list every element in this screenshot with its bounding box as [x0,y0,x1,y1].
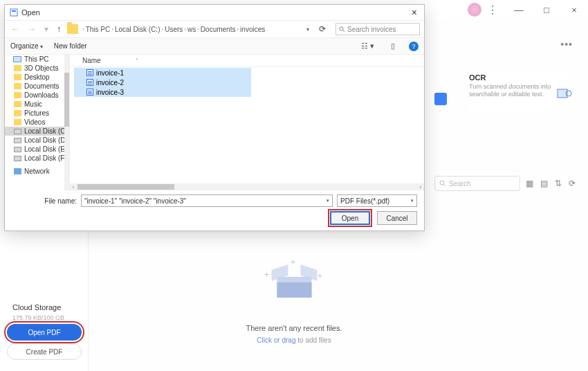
filename-input[interactable]: "invoice-1" "invoice-2" "invoice-3" [81,194,333,207]
nav-dropdown-icon[interactable]: ▾ [42,24,50,34]
empty-box-illustration: + + + [270,263,318,298]
ocr-card[interactable]: OCR Turn scanned documents into searchab… [469,73,573,114]
search-row: Search ▦ ▤ ⇅ ⟳ [434,176,576,191]
tree-item-label: Documents [24,82,59,90]
file-row[interactable]: invoice-3 [74,87,251,97]
preview-pane-icon[interactable]: ▯ [388,42,398,51]
view-mode-icon[interactable]: ☷ ▾ [358,42,377,51]
folder-icon [13,83,21,90]
file-list-header[interactable]: Name˄ [70,55,424,67]
cloud-storage-section: Cloud Storage 175.79 KB/100 GB [12,303,64,321]
refresh-bg-icon[interactable]: ⟳ [569,179,576,188]
cloud-usage: 175.79 KB/100 GB [12,314,64,321]
kebab-menu-icon[interactable]: ⋮ [487,3,498,17]
tree-item[interactable]: Music [5,100,69,109]
tree-item-label: 3D Objects [24,64,58,72]
search-icon [339,26,345,33]
tree-item-label: Local Disk (E:) [24,145,69,153]
horizontal-scrollbar[interactable]: ‹ › [70,183,424,190]
tree-item-label: Videos [24,118,45,126]
filetype-select[interactable]: PDF Files(*.pdf) [337,194,417,207]
minimize-button[interactable]: — [505,0,533,19]
breadcrumb[interactable]: ›This PC ›Local Disk (C:) ›Users ›ws ›Do… [82,26,315,33]
tree-item-label: Downloads [24,91,58,99]
folder-icon [13,101,21,108]
list-view-icon[interactable]: ▦ [526,179,533,188]
net-icon [13,168,21,175]
file-row[interactable]: invoice-2 [74,78,251,87]
folder-icon [13,65,21,72]
tree-item[interactable]: Downloads [5,91,69,100]
dialog-footer: File name: "invoice-1" "invoice-2" "invo… [5,190,424,230]
tree-item[interactable]: Network [5,167,69,176]
tree-item-label: Local Disk (C:) [24,127,70,135]
file-rows[interactable]: invoice-1invoice-2invoice-3 [70,67,424,183]
dialog-titlebar: Open × [5,5,424,20]
dialog-search-input[interactable]: Search invoices [336,23,420,35]
dialog-search-placeholder: Search invoices [347,26,396,33]
dialog-body: This PC3D ObjectsDesktopDocumentsDownloa… [5,55,424,190]
drive-icon [13,155,21,162]
dialog-close-button[interactable]: × [409,7,420,18]
new-folder-button[interactable]: New folder [54,42,87,50]
background-search-input[interactable]: Search [434,176,520,191]
drive-icon [13,137,21,144]
folder-icon [67,24,78,34]
tree-item[interactable]: 3D Objects [5,64,69,73]
file-icon [86,89,93,96]
scroll-left-icon[interactable]: ‹ [70,183,77,190]
folder-tree[interactable]: This PC3D ObjectsDesktopDocumentsDownloa… [5,55,70,190]
avatar[interactable] [468,3,481,17]
open-button[interactable]: Open [330,211,370,225]
tree-item[interactable]: Local Disk (C:) [5,127,69,136]
nav-back-icon[interactable]: ← [9,24,21,34]
tree-scroll-thumb[interactable] [64,73,69,127]
tree-item[interactable]: Local Disk (F:) [5,154,69,163]
tree-item-label: Pictures [24,109,49,117]
pc-icon [13,56,21,63]
refresh-icon[interactable]: ⟳ [319,24,326,34]
dialog-toolbar: Organize New folder ☷ ▾ ▯ ? [5,38,424,55]
more-dots-icon[interactable]: ••• [560,39,573,50]
scroll-right-icon[interactable]: › [417,183,424,190]
file-row[interactable]: invoice-1 [74,68,251,78]
close-app-button[interactable]: × [560,0,588,19]
grid-view-icon[interactable]: ▤ [540,179,548,188]
folder-icon [13,119,21,126]
tree-item[interactable]: Videos [5,118,69,127]
create-pdf-button[interactable]: Create PDF [7,343,82,360]
feature-icon[interactable] [434,93,447,105]
scroll-thumb[interactable] [77,184,174,190]
search-icon [439,180,446,187]
folder-icon [13,92,21,99]
tree-item-label: Desktop [24,73,50,81]
svg-line-3 [444,185,446,187]
empty-subtitle[interactable]: Click or drag to add files [246,336,342,344]
organize-menu[interactable]: Organize [10,42,43,50]
cloud-title: Cloud Storage [12,303,64,311]
ocr-title: OCR [469,73,556,82]
sort-icon[interactable]: ⇅ [555,179,562,188]
app-titlebar: ⋮ — □ × [429,0,588,19]
nav-up-icon[interactable]: ↑ [55,24,63,34]
tree-item[interactable]: Pictures [5,109,69,118]
maximize-button[interactable]: □ [533,0,560,19]
sort-arrow-icon: ˄ [136,58,138,64]
cancel-button[interactable]: Cancel [377,211,417,225]
dialog-nav-bar: ← → ▾ ↑ ›This PC ›Local Disk (C:) ›Users… [5,20,424,38]
open-pdf-button[interactable]: Open PDF [7,324,82,341]
tree-item[interactable]: Documents [5,82,69,91]
nav-forward-icon[interactable]: → [26,24,38,34]
drive-icon [13,146,21,153]
svg-line-7 [343,30,345,32]
tree-item-label: Music [24,100,42,108]
tree-item[interactable]: Desktop [5,73,69,82]
tree-item[interactable]: This PC [5,55,69,64]
tree-item[interactable]: Local Disk (D:) [5,136,69,145]
help-icon[interactable]: ? [409,42,419,51]
column-name[interactable]: Name [82,57,101,64]
tree-item[interactable]: Local Disk (E:) [5,145,69,154]
svg-rect-5 [12,10,16,12]
filename-label: File name: [12,197,77,205]
dialog-title: Open [21,8,40,17]
